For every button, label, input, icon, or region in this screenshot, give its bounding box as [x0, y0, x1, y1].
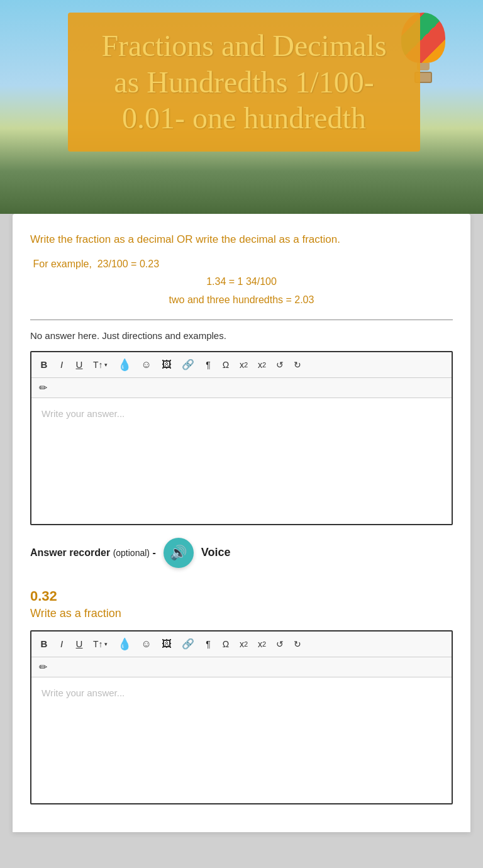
italic-button-2[interactable]: I: [54, 637, 69, 651]
question-1-value: 0.32: [30, 588, 453, 604]
editor-1: B I U T↑▾ 💧 ☺ 🖼 🔗 ¶ Ω x2 x2 ↺ ↻ ✏ Write …: [30, 351, 453, 525]
redo-button-1[interactable]: ↻: [290, 358, 305, 372]
omega-button-2[interactable]: Ω: [218, 637, 233, 651]
toolbar-row2-2: ✏: [31, 657, 452, 677]
underline-button-2[interactable]: U: [72, 637, 87, 651]
recorder-section: Answer recorder (optional) - 🔊 Voice: [30, 538, 453, 568]
eraser-button-1[interactable]: ✏: [36, 381, 50, 395]
hero-section: Fractions and Decimals as Hundredths 1/1…: [0, 0, 483, 214]
eraser-button-2[interactable]: ✏: [36, 660, 50, 674]
emoji-button-1[interactable]: ☺: [138, 357, 155, 372]
toolbar-row2-1: ✏: [31, 378, 452, 398]
redo-button-2[interactable]: ↻: [290, 637, 305, 651]
bold-button-2[interactable]: B: [36, 637, 52, 651]
answer-input-2[interactable]: Write your answer...: [31, 677, 452, 803]
subscript-button-1[interactable]: x2: [236, 358, 252, 372]
superscript-button-1[interactable]: x2: [254, 358, 270, 372]
directions-text: Write the fraction as a decimal OR write…: [30, 231, 453, 248]
bold-button-1[interactable]: B: [36, 357, 52, 372]
omega-button-1[interactable]: Ω: [218, 358, 233, 372]
font-size-button-1[interactable]: T↑▾: [89, 358, 111, 372]
superscript-button-2[interactable]: x2: [254, 637, 270, 651]
recorder-label: Answer recorder (optional) -: [30, 547, 156, 559]
page-title: Fractions and Decimals as Hundredths 1/1…: [88, 28, 400, 136]
toolbar-2: B I U T↑▾ 💧 ☺ 🖼 🔗 ¶ Ω x2 x2 ↺ ↻: [31, 632, 452, 657]
image-button-2[interactable]: 🖼: [158, 637, 175, 652]
undo-button-2[interactable]: ↺: [272, 637, 287, 651]
subscript-button-2[interactable]: x2: [236, 637, 252, 651]
no-answer-notice: No answer here. Just directions and exam…: [30, 330, 453, 341]
example-line-1: For example, 23/100 = 0.23: [30, 255, 453, 274]
toolbar-1: B I U T↑▾ 💧 ☺ 🖼 🔗 ¶ Ω x2 x2 ↺ ↻: [31, 352, 452, 378]
link-button-2[interactable]: 🔗: [178, 636, 198, 652]
editor-2: B I U T↑▾ 💧 ☺ 🖼 🔗 ¶ Ω x2 x2 ↺ ↻ ✏ Write …: [30, 630, 453, 804]
paragraph-button-2[interactable]: ¶: [201, 637, 216, 651]
font-size-button-2[interactable]: T↑▾: [89, 637, 111, 651]
example-line-2: 1.34 = 1 34/100: [30, 273, 453, 291]
link-button-1[interactable]: 🔗: [178, 357, 198, 372]
color-button-1[interactable]: 💧: [114, 356, 135, 374]
content-card: Write the fraction as a decimal OR write…: [13, 214, 470, 832]
question-1-prompt: Write as a fraction: [30, 607, 453, 620]
italic-button-1[interactable]: I: [54, 357, 69, 372]
color-button-2[interactable]: 💧: [114, 635, 135, 653]
question-1-section: 0.32 Write as a fraction B I U T↑▾ 💧 ☺ 🖼…: [30, 588, 453, 804]
image-button-1[interactable]: 🖼: [158, 357, 175, 372]
example-line-3: two and three hundredths = 2.03: [30, 291, 453, 309]
voice-record-button[interactable]: 🔊: [164, 538, 194, 568]
divider: [30, 320, 453, 320]
undo-button-1[interactable]: ↺: [272, 358, 287, 372]
underline-button-1[interactable]: U: [72, 357, 87, 372]
voice-label: Voice: [201, 546, 231, 559]
emoji-button-2[interactable]: ☺: [138, 637, 155, 652]
title-card: Fractions and Decimals as Hundredths 1/1…: [68, 13, 420, 152]
paragraph-button-1[interactable]: ¶: [201, 358, 216, 372]
answer-input-1[interactable]: Write your answer...: [31, 398, 452, 524]
